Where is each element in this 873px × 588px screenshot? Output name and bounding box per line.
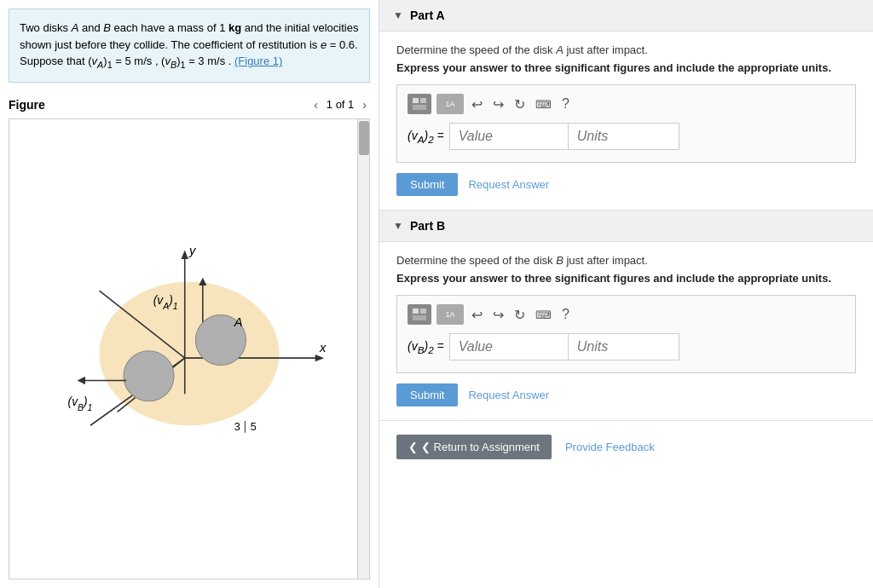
svg-text:x: x <box>319 341 327 355</box>
scrollbar[interactable] <box>357 119 369 579</box>
svg-text:(vB)1: (vB)1 <box>68 395 93 412</box>
return-chevron-icon: ❮ <box>408 441 418 453</box>
part-b-input-row: (vB)2 = <box>408 333 845 360</box>
part-a-answer-box: 1A ↩ ↪ ↻ ⌨ ? (vA)2 = <box>396 84 856 163</box>
svg-marker-5 <box>315 355 325 361</box>
svg-text:3: 3 <box>234 420 240 432</box>
part-a-help-button[interactable]: ? <box>559 96 572 112</box>
part-a-section: ▼ Part A Determine the speed of the disk… <box>379 0 873 210</box>
figure-page: 1 of 1 <box>327 98 355 111</box>
part-a-keyboard-button[interactable]: ⌨ <box>533 98 554 111</box>
part-a-label-eq: (vA)2 = <box>408 129 444 145</box>
figure-prev-button[interactable]: ‹ <box>310 96 321 113</box>
svg-marker-2 <box>182 250 188 259</box>
part-b-toolbar: 1A ↩ ↪ ↻ ⌨ ? <box>408 304 845 325</box>
provide-feedback-link[interactable]: Provide Feedback <box>565 441 655 453</box>
part-b-fraction-button[interactable] <box>408 304 431 325</box>
return-to-assignment-button[interactable]: ❮ ❮ Return to Assignment <box>396 435 552 459</box>
figure-title: Figure <box>9 98 45 112</box>
return-label: ❮ Return to Assignment <box>421 441 540 453</box>
part-b-request-answer-link[interactable]: Request Answer <box>468 389 549 401</box>
svg-rect-24 <box>420 308 426 314</box>
bottom-actions: ❮ ❮ Return to Assignment Provide Feedbac… <box>379 421 873 473</box>
svg-text:A: A <box>234 315 243 329</box>
figure-diagram: y x A (vA)1 <box>9 119 369 579</box>
part-a-content: Determine the speed of the disk A just a… <box>379 32 873 210</box>
part-b-value-input[interactable] <box>449 333 569 360</box>
problem-text: Two disks A and B each have a mass of 1 … <box>20 21 358 67</box>
part-b-collapse-icon[interactable]: ▼ <box>393 220 403 232</box>
part-b-section: ▼ Part B Determine the speed of the disk… <box>379 210 873 421</box>
part-a-undo-button[interactable]: ↩ <box>469 96 485 112</box>
figure-nav: ‹ 1 of 1 › <box>310 96 370 113</box>
part-b-undo-button[interactable]: ↩ <box>469 307 485 323</box>
part-a-description: Determine the speed of the disk A just a… <box>396 43 856 56</box>
problem-statement: Two disks A and B each have a mass of 1 … <box>9 9 370 83</box>
svg-rect-25 <box>413 315 426 320</box>
left-panel: Two disks A and B each have a mass of 1 … <box>0 0 379 588</box>
part-a-request-answer-link[interactable]: Request Answer <box>468 178 549 191</box>
svg-text:5: 5 <box>251 420 257 432</box>
part-a-value-input[interactable] <box>449 123 569 150</box>
part-b-label-eq: (vB)2 = <box>408 339 444 355</box>
part-b-title: Part B <box>410 219 445 233</box>
figure-area: Figure ‹ 1 of 1 › y x <box>0 91 379 588</box>
svg-point-0 <box>100 281 280 425</box>
part-b-help-button[interactable]: ? <box>559 307 572 322</box>
part-a-reset-button[interactable]: ↻ <box>512 96 528 112</box>
part-a-header: ▼ Part A <box>379 0 873 32</box>
svg-rect-23 <box>413 308 419 314</box>
part-a-collapse-icon[interactable]: ▼ <box>393 9 403 21</box>
part-a-submit-button[interactable]: Submit <box>396 173 458 196</box>
part-b-submit-button[interactable]: Submit <box>396 383 458 406</box>
part-a-fraction-button[interactable] <box>408 94 431 114</box>
part-b-description: Determine the speed of the disk B just a… <box>396 254 856 267</box>
part-b-answer-box: 1A ↩ ↪ ↻ ⌨ ? (vB)2 = <box>396 295 856 373</box>
figure-next-button[interactable]: › <box>359 96 370 113</box>
part-b-content: Determine the speed of the disk B just a… <box>379 242 873 420</box>
part-a-units-button[interactable]: 1A <box>436 94 464 114</box>
part-a-input-row: (vA)2 = <box>408 123 845 150</box>
part-b-header: ▼ Part B <box>379 210 873 242</box>
scrollbar-thumb[interactable] <box>359 121 369 155</box>
part-b-keyboard-button[interactable]: ⌨ <box>533 308 554 321</box>
part-b-units-input[interactable] <box>569 333 679 360</box>
part-a-toolbar: 1A ↩ ↪ ↻ ⌨ ? <box>408 94 845 114</box>
right-panel: ▼ Part A Determine the speed of the disk… <box>379 0 873 588</box>
part-a-redo-button[interactable]: ↪ <box>490 96 506 112</box>
svg-text:y: y <box>188 244 197 257</box>
part-a-action-row: Submit Request Answer <box>396 173 856 196</box>
svg-point-12 <box>124 351 174 401</box>
figure-canvas: y x A (vA)1 <box>9 118 370 579</box>
svg-rect-20 <box>413 98 419 103</box>
part-a-instruction: Express your answer to three significant… <box>396 61 856 74</box>
svg-rect-22 <box>413 105 426 110</box>
part-b-action-row: Submit Request Answer <box>396 383 856 406</box>
figure-link[interactable]: (Figure 1) <box>234 55 282 67</box>
part-a-units-input[interactable] <box>569 123 679 150</box>
part-b-redo-button[interactable]: ↪ <box>490 307 506 323</box>
part-b-instruction: Express your answer to three significant… <box>396 272 856 285</box>
figure-header: Figure ‹ 1 of 1 › <box>9 91 370 118</box>
part-b-reset-button[interactable]: ↻ <box>512 307 528 323</box>
part-b-units-button[interactable]: 1A <box>436 304 464 325</box>
part-a-title: Part A <box>410 9 445 22</box>
svg-rect-21 <box>420 98 426 103</box>
